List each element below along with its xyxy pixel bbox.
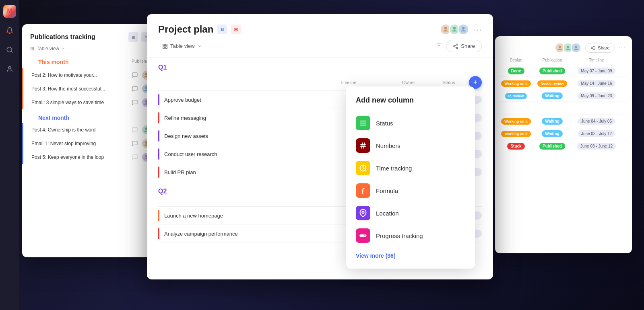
toolbar-right: Share: [436, 40, 482, 52]
pub-status: Waiting: [542, 92, 563, 99]
svg-line-28: [362, 143, 363, 149]
badge-red: M: [231, 25, 241, 34]
dropdown-title: Add new column: [356, 96, 465, 105]
pub-item[interactable]: Post 4: Ownership is the word: [22, 123, 159, 137]
filter-icon[interactable]: [436, 42, 442, 50]
col-owner-header: Owner: [388, 80, 429, 85]
chat-icon[interactable]: [131, 85, 139, 93]
design-status: In review: [505, 93, 527, 99]
pub-item[interactable]: Post 2: How to motivate your...: [22, 68, 159, 82]
next-month-label: Next month: [30, 111, 77, 123]
chat-icon-empty[interactable]: [131, 126, 139, 134]
right-table-row[interactable]: Working on it Needs review May 14 - June…: [500, 77, 627, 89]
view-selector[interactable]: Table view: [158, 41, 206, 51]
add-column-dropdown: Add new column Status Numbers Time track…: [346, 86, 475, 269]
svg-rect-13: [163, 47, 165, 48]
right-table-row[interactable]: Done Published May 07 - June 09: [500, 64, 627, 77]
next-month-header: Next month: [22, 109, 159, 123]
row-accent: [158, 94, 159, 105]
right-col-timeline: Timeline: [572, 58, 621, 62]
svg-line-29: [364, 143, 365, 149]
svg-line-21: [455, 46, 456, 47]
notifications-icon[interactable]: [3, 24, 16, 37]
pub-status: Published: [539, 68, 565, 74]
right-table-row: [500, 102, 627, 115]
avatar-group: [440, 24, 469, 35]
svg-line-22: [455, 45, 456, 45]
dropdown-item-numbers[interactable]: Numbers: [356, 134, 465, 157]
pub-item[interactable]: Email: 3 simple ways to save time: [22, 96, 159, 109]
dropdown-item-location[interactable]: Location: [356, 202, 465, 224]
project-title: Project plan: [158, 24, 213, 35]
profile-nav-icon[interactable]: [3, 63, 16, 76]
timeline-value: May 09 - June 23: [578, 92, 615, 99]
svg-point-31: [362, 211, 364, 214]
right-table-row[interactable]: Working on it Waiting June 04 - July 05: [500, 115, 627, 127]
dropdown-item-formula[interactable]: ƒ Formula: [356, 179, 465, 202]
timeline-value: June 04 - July 05: [578, 118, 615, 125]
view-more-link[interactable]: View more (36): [356, 253, 465, 259]
svg-point-1: [8, 66, 11, 69]
right-table-row[interactable]: In review Waiting May 09 - June 23: [500, 89, 627, 102]
pub-status: Waiting: [542, 130, 563, 137]
svg-point-36: [575, 46, 577, 48]
svg-point-39: [594, 49, 595, 50]
right-window: Share ··· Design Publication Timeline Do…: [495, 36, 632, 253]
right-table-row[interactable]: Stuck Published June 03 - June 12: [500, 140, 627, 152]
right-col-design: Design: [500, 58, 532, 62]
svg-rect-33: [360, 235, 363, 236]
right-avatar-group: [555, 43, 581, 53]
progresstracking-icon: [356, 228, 370, 243]
badge-blue: B: [217, 25, 227, 34]
publications-view-icon[interactable]: ⊞: [128, 32, 138, 42]
search-nav-icon[interactable]: [3, 43, 16, 56]
right-table-row[interactable]: Working on it Waiting June 03 - July 12: [500, 127, 627, 140]
formula-icon: ƒ: [356, 183, 370, 198]
timeline-value: June 03 - July 12: [578, 130, 615, 137]
design-status: Working on it: [501, 118, 530, 125]
chat-icon-empty[interactable]: [131, 153, 139, 161]
numbers-icon: [356, 138, 370, 153]
publications-toolbar: ⊞ Table view: [22, 42, 159, 55]
chat-icon[interactable]: [131, 71, 139, 79]
dropdown-item-timetracking[interactable]: Time tracking: [356, 157, 465, 179]
pub-item[interactable]: Post 5: Keep everyone in the loop: [22, 150, 159, 164]
design-status: Stuck: [507, 143, 524, 150]
pub-status: Waiting: [542, 118, 563, 125]
publications-view-label[interactable]: Table view: [37, 46, 65, 51]
right-header: Share ···: [495, 36, 632, 56]
pub-item[interactable]: Post 3: How the most successful...: [22, 82, 159, 96]
design-status: Done: [508, 68, 524, 74]
dropdown-item-status[interactable]: Status: [356, 112, 465, 134]
right-more-button[interactable]: ···: [619, 44, 625, 51]
svg-point-9: [453, 27, 456, 30]
publications-title: Publications tracking: [30, 33, 125, 41]
chat-icon[interactable]: [131, 140, 139, 148]
pub-status: Needs review: [537, 80, 567, 87]
col-timeline-header: Timeline: [308, 80, 388, 85]
app-logo[interactable]: M: [3, 5, 16, 18]
project-header: Project plan B M ···: [147, 14, 493, 35]
svg-point-18: [456, 44, 458, 45]
this-month-header: This month Published: [22, 55, 159, 68]
avatar: [458, 24, 469, 35]
svg-point-19: [454, 45, 455, 47]
svg-point-35: [567, 46, 569, 48]
pub-status: Published: [539, 143, 565, 150]
right-share-button[interactable]: Share: [585, 43, 615, 53]
share-button[interactable]: Share: [446, 40, 482, 52]
timeline-value: May 14 - June 16: [578, 80, 615, 87]
row-accent: [158, 166, 159, 178]
pub-item[interactable]: Email 1: Never stop improving: [22, 137, 159, 150]
svg-point-10: [462, 27, 465, 30]
svg-point-20: [456, 47, 458, 49]
design-status: Working on it: [501, 131, 530, 137]
chat-icon[interactable]: [131, 99, 139, 107]
project-title-row: Project plan B M: [158, 24, 241, 35]
col-status-header: Status: [429, 80, 469, 85]
dropdown-item-progresstracking[interactable]: Progress tracking: [356, 224, 465, 247]
this-month-label: This month: [30, 55, 76, 67]
svg-point-37: [594, 46, 595, 47]
more-options-button[interactable]: ···: [474, 25, 482, 34]
svg-line-40: [592, 48, 594, 49]
